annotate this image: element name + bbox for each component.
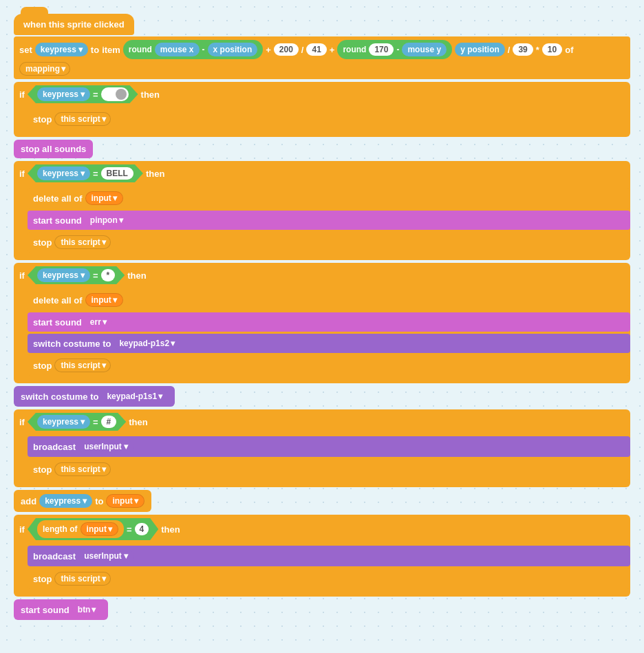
start-sound-btn-block: start sound btn ▾ (14, 599, 108, 620)
val-39[interactable]: 39 (513, 43, 533, 56)
input-list-drop-2[interactable]: input ▾ (85, 293, 123, 307)
keypress-drop-3[interactable]: keypress ▾ (37, 268, 90, 282)
if-block-2: if keypress ▾ = BELL then delete all of … (14, 161, 630, 260)
plus2-label: + (330, 45, 335, 55)
if2-body: delete all of input ▾ start sound pinpon… (14, 186, 630, 255)
plus1-label: + (266, 45, 271, 55)
if4-bottom (14, 482, 630, 487)
delete-all-block-2: delete all of input ▾ (28, 290, 630, 310)
mapping-dropdown[interactable]: mapping ▾ (19, 62, 70, 76)
hash-value[interactable]: # (101, 416, 117, 428)
if5-bottom (14, 591, 630, 597)
round-block-2: round 170 - mouse y y position (337, 40, 452, 59)
if5-top: if length of input ▾ = 4 then (14, 515, 630, 544)
slash1-label: / (301, 45, 304, 55)
stop-dropdown-1[interactable]: this script ▾ (54, 112, 110, 126)
if4-body: broadcast userInput ▾ stop this script ▾ (14, 434, 630, 482)
if4-top: if keypress ▾ = # then (14, 409, 630, 434)
switch-costume-block-1: switch costume to keypad-p1s2 ▾ (28, 334, 630, 353)
stop-dropdown-5[interactable]: this script ▾ (54, 572, 110, 586)
val-200[interactable]: 200 (274, 43, 299, 56)
item-label: item (102, 45, 120, 55)
if-block-1: if keypress ▾ = then stop this script ▾ (14, 82, 630, 137)
stop-dropdown-3[interactable]: this script ▾ (54, 358, 110, 372)
keypress-drop-1[interactable]: keypress ▾ (37, 87, 90, 101)
keypad-p1s2-dropdown[interactable]: keypad-p1s2 ▾ (114, 337, 180, 350)
if5-condition: length of input ▾ = 4 (28, 518, 158, 540)
pinpon-dropdown[interactable]: pinpon ▾ (85, 214, 129, 226)
start-sound-block-1: start sound pinpon ▾ (28, 211, 630, 230)
hat-label: when this sprite clicked (23, 19, 125, 30)
if2-bottom (14, 255, 630, 260)
input-list-length[interactable]: input ▾ (80, 522, 118, 536)
keypad-p1s1-dropdown[interactable]: keypad-p1s1 ▾ (101, 390, 168, 403)
start-sound-block-2: start sound err ▾ (28, 312, 630, 332)
keypress-drop-add[interactable]: keypress ▾ (39, 494, 92, 508)
if2-top: if keypress ▾ = BELL then (14, 161, 630, 186)
stop-all-sounds-block[interactable]: stop all sounds (14, 140, 93, 158)
if4-condition: keypress ▾ = # (28, 413, 126, 431)
if-block-4: if keypress ▾ = # then broadcast userInp… (14, 409, 630, 487)
set-block: set keypress ▾ to item round mouse x - x… (14, 36, 630, 79)
userInput-dropdown-2[interactable]: userInput ▾ (78, 549, 133, 563)
stop-all-sounds-label: stop all sounds (21, 144, 86, 154)
star-value[interactable]: * (101, 269, 116, 281)
stop-block-2: stop this script ▾ (28, 232, 630, 253)
if3-body: delete all of input ▾ start sound err ▾ … (14, 288, 630, 378)
toggle-input-1[interactable] (101, 87, 129, 101)
if3-top: if keypress ▾ = * then (14, 263, 630, 288)
input-list-drop-add[interactable]: input ▾ (106, 494, 144, 508)
mouse-y-reporter: mouse y (402, 43, 447, 56)
length-reporter: length of input ▾ (37, 520, 124, 538)
keypress-dropdown[interactable]: keypress ▾ (35, 43, 88, 56)
to-label: to (91, 45, 99, 55)
round-block-1: round mouse x - x position (123, 40, 263, 59)
hat-block[interactable]: when this sprite clicked (14, 14, 134, 35)
stop-block-4: stop this script ▾ (28, 459, 630, 480)
userInput-dropdown-1[interactable]: userInput ▾ (78, 440, 133, 453)
btn-dropdown[interactable]: btn ▾ (72, 603, 102, 616)
stop-block-5: stop this script ▾ (28, 568, 630, 589)
x-position-reporter: x position (208, 43, 258, 56)
keypress-drop-2[interactable]: keypress ▾ (37, 167, 90, 180)
stop-dropdown-2[interactable]: this script ▾ (54, 235, 110, 249)
if1-top: if keypress ▾ = then (14, 82, 630, 107)
stop-block-1: stop this script ▾ (28, 109, 630, 129)
if1-bottom (14, 131, 630, 137)
scratch-editor: when this sprite clicked set keypress ▾ … (7, 7, 637, 627)
if3-condition: keypress ▾ = * (28, 266, 125, 284)
delete-all-block-1: delete all of input ▾ (28, 188, 630, 208)
if-block-5: if length of input ▾ = 4 then broadcast (14, 515, 630, 597)
mouse-x-reporter: mouse x (155, 43, 200, 56)
val-170[interactable]: 170 (369, 43, 394, 56)
if1-body: stop this script ▾ (14, 107, 630, 131)
if1-condition: keypress ▾ = (28, 85, 138, 103)
if-block-3: if keypress ▾ = * then delete all of inp… (14, 263, 630, 383)
val-10[interactable]: 10 (542, 43, 562, 56)
keypress-drop-4[interactable]: keypress ▾ (37, 415, 90, 429)
switch-costume-standalone: switch costume to keypad-p1s1 ▾ (14, 386, 175, 407)
broadcast-block-2: broadcast userInput ▾ (28, 546, 630, 566)
y-position-reporter: y position (455, 43, 505, 56)
input-list-drop-1[interactable]: input ▾ (85, 191, 123, 205)
val-41[interactable]: 41 (306, 43, 326, 56)
if2-condition: keypress ▾ = BELL (28, 164, 143, 182)
stop-block-3: stop this script ▾ (28, 355, 630, 376)
if5-body: broadcast userInput ▾ stop this script ▾ (14, 544, 630, 591)
broadcast-block-1: broadcast userInput ▾ (28, 436, 630, 457)
if3-bottom (14, 378, 630, 383)
bell-value[interactable]: BELL (101, 167, 133, 180)
set-label: set (19, 45, 32, 55)
val-4[interactable]: 4 (135, 523, 149, 535)
err-dropdown[interactable]: err ▾ (85, 316, 112, 328)
stop-dropdown-4[interactable]: this script ▾ (54, 462, 110, 476)
add-block: add keypress ▾ to input ▾ (14, 490, 151, 512)
